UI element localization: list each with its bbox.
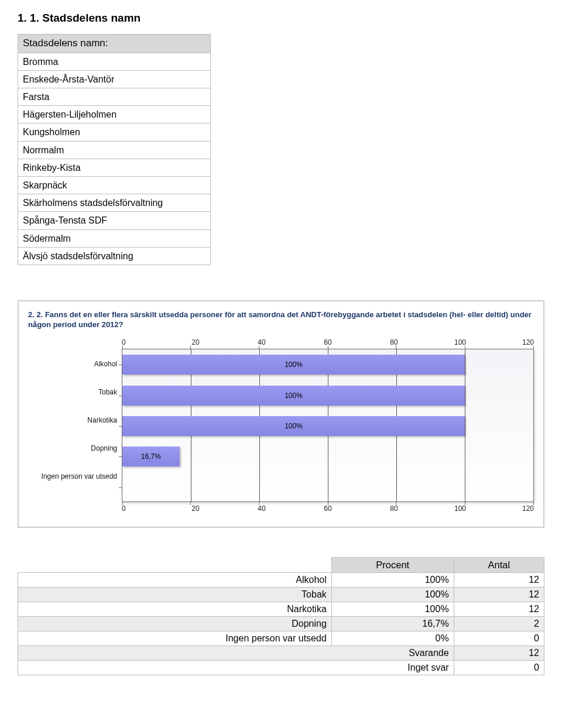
axis-tick: 120 — [519, 504, 534, 513]
chart-bar: 100% — [122, 416, 465, 436]
district-list-item: Älvsjö stadsdelsförvaltning — [18, 247, 211, 265]
result-row-percent: 100% — [331, 572, 454, 587]
result-row-percent: 100% — [331, 587, 454, 602]
axis-tick: 100 — [453, 338, 468, 346]
axis-tick: 0 — [122, 338, 137, 346]
axis-tick: 40 — [254, 504, 269, 513]
district-list-item: Spånga-Tensta SDF — [18, 212, 211, 229]
district-list-item: Södermalm — [18, 229, 211, 247]
result-row-label: Tobak — [18, 587, 332, 602]
chart-bar-label: 100% — [285, 392, 303, 400]
result-row-count: 0 — [454, 631, 544, 645]
chart-category-label: Tobak — [28, 378, 117, 406]
chart-bar-label: 100% — [285, 360, 303, 369]
result-row-count: 2 — [454, 616, 544, 631]
axis-tick: 40 — [254, 338, 269, 346]
chart-container: 2. 2. Fanns det en eller flera särskilt … — [18, 300, 544, 528]
axis-tick: 120 — [519, 338, 534, 346]
district-list-item: Skarpnäck — [18, 176, 211, 194]
district-list-item: Norrmalm — [18, 141, 211, 159]
result-header: Procent — [331, 557, 454, 572]
chart-category-label: Alkohol — [28, 350, 117, 378]
result-row-percent: 16,7% — [331, 616, 454, 631]
result-row-percent: 100% — [331, 602, 454, 616]
axis-tick: 20 — [188, 504, 203, 513]
chart-bar-label: 16,7% — [141, 452, 161, 461]
chart-plot: AlkoholTobakNarkotikaDopningIngen person… — [28, 338, 534, 513]
district-list-table: Stadsdelens namn:BrommaEnskede-Årsta-Van… — [18, 34, 211, 265]
district-list-item: Bromma — [18, 53, 211, 70]
axis-tick: 100 — [453, 504, 468, 513]
result-row-count: 12 — [454, 572, 544, 587]
result-row-label: Narkotika — [18, 602, 332, 616]
chart-y-labels: AlkoholTobakNarkotikaDopningIngen person… — [28, 350, 122, 490]
result-footer-label: Svarande — [18, 645, 454, 660]
district-list-item: Farsta — [18, 88, 211, 106]
result-footer-label: Inget svar — [18, 660, 454, 675]
section-heading: 1. 1. Stadsdelens namn — [18, 12, 544, 25]
chart-bar: 100% — [122, 386, 465, 406]
axis-tick: 20 — [188, 338, 203, 346]
chart-title: 2. 2. Fanns det en eller flera särskilt … — [28, 310, 534, 330]
axis-tick: 60 — [320, 338, 335, 346]
chart-category-label: Narkotika — [28, 406, 117, 434]
axis-tick: 0 — [122, 504, 137, 513]
result-table: ProcentAntalAlkohol100%12Tobak100%12Nark… — [18, 557, 544, 675]
chart-bar: 100% — [122, 355, 465, 375]
chart-bar-label: 100% — [285, 422, 303, 430]
district-list-item: Rinkeby-Kista — [18, 159, 211, 176]
chart-plot-area: 100%100%100%16,7% — [122, 349, 534, 502]
result-row-count: 12 — [454, 602, 544, 616]
district-list-item: Enskede-Årsta-Vantör — [18, 70, 211, 88]
result-header-blank — [18, 557, 332, 572]
axis-tick: 80 — [386, 504, 402, 513]
chart-bar: 16,7% — [122, 447, 180, 466]
chart-category-label: Dopning — [28, 434, 117, 462]
axis-tick: 80 — [386, 338, 402, 346]
chart-category-label: Ingen person var utsedd — [28, 462, 117, 490]
district-list-header: Stadsdelens namn: — [18, 35, 211, 53]
district-list-item: Kungsholmen — [18, 123, 211, 141]
result-row-label: Alkohol — [18, 572, 332, 587]
axis-tick: 60 — [320, 504, 335, 513]
result-row-label: Dopning — [18, 616, 332, 631]
district-list-item: Skärholmens stadsdelsförvaltning — [18, 194, 211, 212]
district-list-item: Hägersten-Liljeholmen — [18, 106, 211, 123]
result-row-label: Ingen person var utsedd — [18, 631, 332, 645]
result-row-percent: 0% — [331, 631, 454, 645]
result-row-count: 12 — [454, 587, 544, 602]
result-footer-value: 12 — [454, 645, 544, 660]
result-header: Antal — [454, 557, 544, 572]
result-footer-value: 0 — [454, 660, 544, 675]
